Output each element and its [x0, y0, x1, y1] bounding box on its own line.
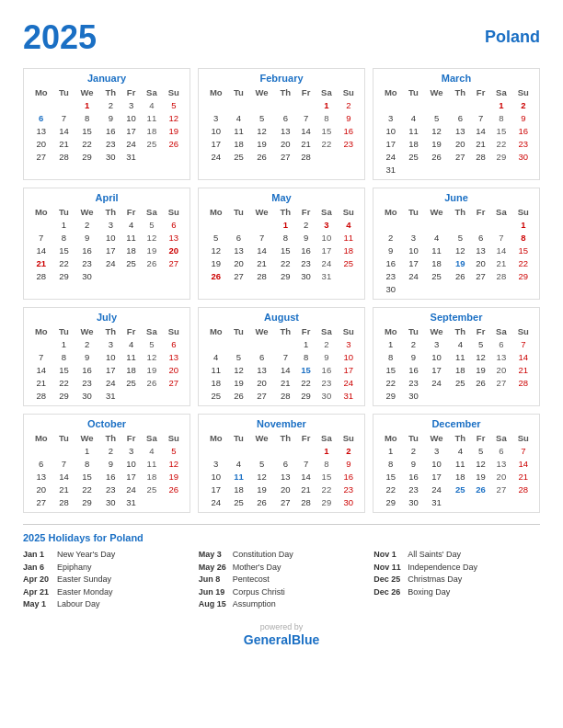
- calendar-day: 10: [121, 457, 141, 470]
- calendar-table-december: MoTuWeThFrSaSu12345678910111213141516171…: [378, 432, 534, 508]
- calendar-day: 8: [54, 231, 75, 244]
- calendar-day: 3: [121, 98, 141, 111]
- weekday-header: Mo: [203, 432, 229, 444]
- holiday-name: All Saints' Day: [408, 549, 461, 562]
- weekday-header: Th: [100, 206, 121, 218]
- weekday-header: Fr: [121, 325, 141, 337]
- weekday-header: Tu: [404, 432, 424, 444]
- calendar-day: 14: [471, 124, 490, 137]
- calendar-day: 29: [316, 495, 337, 508]
- calendar-day: 6: [490, 444, 511, 457]
- calendar-day: 19: [248, 483, 274, 495]
- calendar-day: 11: [423, 244, 449, 256]
- holiday-name: Labour Day: [57, 598, 100, 611]
- weekday-header: Sa: [141, 86, 162, 98]
- calendar-day: 28: [29, 269, 54, 282]
- calendar-day: 2: [338, 444, 360, 457]
- month-block-april: AprilMoTuWeThFrSaSu123456789101112131415…: [23, 188, 190, 300]
- calendar-day: 9: [100, 457, 121, 470]
- calendar-day: 29: [74, 495, 99, 508]
- holiday-date: Apr 20: [23, 574, 52, 586]
- calendar-day: 17: [203, 137, 229, 150]
- holiday-date: Nov 1: [373, 549, 403, 562]
- calendar-day: 29: [296, 389, 316, 402]
- calendar-day: 8: [490, 111, 511, 124]
- calendar-day: 6: [229, 231, 249, 244]
- calendar-day: 16: [512, 124, 534, 137]
- weekday-header: Sa: [316, 86, 337, 98]
- weekday-header: Tu: [54, 432, 75, 444]
- calendar-table-november: MoTuWeThFrSaSu12345678910111213141516171…: [203, 432, 360, 508]
- calendar-day: 30: [100, 495, 121, 508]
- calendar-day: 11: [203, 363, 229, 376]
- calendar-day: 27: [163, 376, 185, 389]
- calendar-day: 25: [141, 483, 162, 495]
- month-title-june: June: [378, 192, 534, 203]
- weekday-header: Su: [163, 206, 185, 218]
- weekday-header: Su: [163, 86, 185, 98]
- weekday-header: Su: [512, 325, 534, 337]
- calendar-day: 12: [248, 124, 274, 137]
- holiday-name: New Year's Day: [57, 549, 115, 562]
- weekday-header: Th: [450, 432, 471, 444]
- calendar-day: 29: [378, 495, 404, 508]
- calendar-day: [248, 337, 274, 350]
- weekday-header: Su: [338, 432, 360, 444]
- weekday-header: Su: [338, 206, 360, 218]
- calendar-table-april: MoTuWeThFrSaSu12345678910111213141516171…: [29, 206, 185, 282]
- calendar-day: 1: [490, 98, 511, 111]
- calendar-day: 8: [54, 350, 75, 363]
- calendar-day: [471, 163, 490, 176]
- calendar-day: 7: [471, 111, 490, 124]
- calendar-day: 1: [54, 337, 75, 350]
- calendar-day: 28: [248, 269, 274, 282]
- calendar-day: [163, 150, 185, 163]
- calendar-day: 8: [296, 350, 316, 363]
- month-title-july: July: [29, 312, 185, 323]
- weekday-header: We: [423, 206, 449, 218]
- calendar-day: 8: [512, 231, 534, 244]
- holiday-item: Dec 26Boxing Day: [373, 586, 540, 599]
- calendar-day: 21: [512, 363, 534, 376]
- calendar-day: [29, 98, 54, 111]
- calendar-day: 26: [471, 376, 490, 389]
- calendar-day: 5: [203, 231, 229, 244]
- calendar-day: 19: [141, 363, 162, 376]
- calendar-day: 10: [100, 350, 121, 363]
- calendar-day: 4: [121, 218, 141, 231]
- weekday-header: We: [248, 432, 274, 444]
- calendar-table-august: MoTuWeThFrSaSu12345678910111213141516171…: [203, 325, 360, 402]
- calendar-day: 18: [229, 483, 249, 495]
- month-block-january: JanuaryMoTuWeThFrSaSu1234567891011121314…: [23, 68, 190, 180]
- weekday-header: Sa: [316, 432, 337, 444]
- calendar-day: 28: [29, 389, 54, 402]
- calendar-day: 20: [275, 137, 296, 150]
- calendar-day: 18: [450, 363, 471, 376]
- calendar-day: 13: [490, 350, 511, 363]
- calendar-day: 11: [404, 124, 424, 137]
- calendar-day: 4: [229, 111, 249, 124]
- calendar-day: 17: [423, 470, 449, 483]
- calendar-day: 17: [121, 470, 141, 483]
- calendar-day: 25: [141, 137, 162, 150]
- calendar-day: 11: [338, 231, 360, 244]
- weekday-header: We: [248, 206, 274, 218]
- calendar-day: 8: [74, 457, 99, 470]
- calendar-day: 2: [404, 337, 424, 350]
- calendar-day: [512, 282, 534, 295]
- calendar-day: 8: [378, 457, 404, 470]
- calendar-day: 6: [248, 350, 274, 363]
- calendar-day: 24: [423, 483, 449, 495]
- calendar-day: 16: [338, 470, 360, 483]
- calendar-day: 23: [338, 483, 360, 495]
- calendar-day: 21: [29, 256, 54, 269]
- calendar-day: 10: [423, 350, 449, 363]
- calendar-day: 23: [404, 376, 424, 389]
- calendar-day: 2: [74, 337, 99, 350]
- calendar-day: 12: [141, 350, 162, 363]
- calendar-day: 22: [296, 376, 316, 389]
- calendar-day: 4: [203, 350, 229, 363]
- weekday-header: Tu: [229, 325, 249, 337]
- holiday-item: Aug 15Assumption: [199, 598, 365, 611]
- calendar-day: 15: [316, 470, 337, 483]
